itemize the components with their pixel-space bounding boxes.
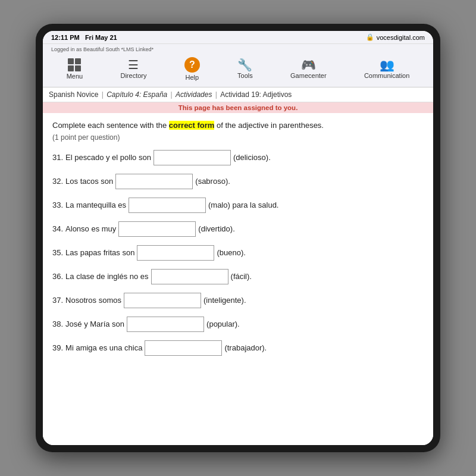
question-text-before: La clase de inglés no es	[65, 271, 148, 283]
instruction-suffix: of the adjective in parentheses.	[214, 121, 324, 130]
question-row: 31. El pescado y el pollo son (delicioso…	[52, 150, 424, 165]
question-text-after: (divertido).	[198, 223, 234, 236]
menu-icon	[68, 58, 81, 71]
question-text-after: (fácil).	[231, 271, 252, 283]
tools-icon: 🔧	[237, 59, 252, 71]
question-number: 35.	[52, 247, 63, 259]
question-row: 33. La mantequilla es (malo) para la sal…	[52, 198, 424, 213]
lock-icon: 🔒	[366, 33, 374, 41]
question-text-before: El pescado y el pollo son	[65, 152, 151, 164]
answer-input-36[interactable]	[151, 269, 228, 284]
gamecenter-label: Gamecenter	[290, 72, 327, 79]
question-text-before: Las papas fritas son	[65, 247, 134, 259]
question-text-before: La mantequilla es	[65, 199, 126, 212]
date: Fri May 21	[85, 34, 117, 41]
status-time-date: 12:11 PM Fri May 21	[51, 34, 117, 41]
question-text-after: (inteligente).	[203, 295, 246, 307]
time: 12:11 PM	[51, 34, 80, 41]
question-number: 33.	[52, 199, 63, 212]
question-number: 39.	[52, 342, 63, 355]
nav-gamecenter[interactable]: 🎮 Gamecenter	[286, 57, 331, 82]
status-bar: 12:11 PM Fri May 21 🔒 vocesdigital.com	[43, 31, 433, 44]
sep2: |	[171, 90, 174, 99]
question-number: 34.	[52, 223, 63, 236]
nav-menu[interactable]: Menu	[62, 56, 88, 82]
question-text-after: (malo) para la salud.	[208, 199, 279, 212]
answer-input-38[interactable]	[127, 317, 204, 332]
question-text-after: (trabajador).	[224, 342, 267, 355]
instruction-highlight: correct form	[169, 121, 215, 130]
question-text-after: (popular).	[206, 318, 240, 331]
nav-tools[interactable]: 🔧 Tools	[233, 57, 258, 82]
status-domain: 🔒 vocesdigital.com	[366, 33, 425, 41]
sep1: |	[102, 90, 105, 99]
menu-label: Menu	[67, 73, 83, 80]
directory-label: Directory	[120, 72, 146, 79]
nav-bar: Logged in as Beautiful South *LMS Linked…	[43, 44, 433, 87]
question-text-after: (delicioso).	[233, 152, 271, 164]
breadcrumb: Spanish Novice | Capítulo 4: España | Ac…	[43, 87, 433, 102]
question-text-before: Nosotros somos	[65, 295, 121, 307]
gamecenter-icon: 🎮	[301, 59, 316, 71]
instruction-prefix: Complete each sentence with the	[52, 121, 169, 130]
answer-input-39[interactable]	[145, 340, 222, 356]
answer-input-33[interactable]	[129, 198, 206, 213]
breadcrumb-part4: Actividad 19: Adjetivos	[220, 90, 292, 99]
question-row: 38. José y María son (popular).	[52, 317, 424, 332]
question-row: 36. La clase de inglés no es (fácil).	[52, 269, 424, 284]
directory-icon: ☰	[128, 59, 139, 71]
nav-help[interactable]: ? Help	[180, 55, 205, 83]
nav-communication[interactable]: 👥 Communication	[359, 57, 414, 82]
question-row: 35. Las papas fritas son (bueno).	[52, 245, 424, 261]
nav-items: Menu ☰ Directory ? Help 🔧 Tools	[43, 55, 433, 83]
answer-input-31[interactable]	[154, 150, 231, 165]
question-text-before: Mi amiga es una chica	[65, 342, 142, 355]
questions-container: 31. El pescado y el pollo son (delicioso…	[52, 150, 424, 356]
question-text-before: José y María son	[65, 318, 124, 331]
assigned-notice-text: This page has been assigned to you.	[178, 104, 298, 111]
question-number: 31.	[52, 152, 63, 164]
help-label: Help	[185, 74, 199, 81]
instruction-text: Complete each sentence with the correct …	[52, 120, 424, 131]
question-number: 38.	[52, 318, 63, 331]
question-text-before: Alonso es muy	[65, 223, 116, 236]
logged-in-text: Logged in as Beautiful South *LMS Linked…	[43, 46, 433, 52]
communication-icon: 👥	[380, 59, 394, 71]
question-number: 32.	[52, 176, 63, 188]
question-text-after: (bueno).	[217, 247, 245, 259]
main-content: Complete each sentence with the correct …	[43, 113, 433, 445]
question-row: 39. Mi amiga es una chica (trabajador).	[52, 340, 424, 356]
answer-input-35[interactable]	[137, 245, 214, 261]
help-icon: ?	[184, 57, 200, 73]
question-row: 32. Los tacos son (sabroso).	[52, 174, 424, 189]
breadcrumb-part1: Spanish Novice	[49, 90, 98, 99]
question-row: 34. Alonso es muy (divertido).	[52, 221, 424, 237]
answer-input-34[interactable]	[118, 221, 196, 237]
question-number: 37.	[52, 295, 63, 307]
points-note: (1 point per question)	[52, 133, 424, 142]
breadcrumb-part3: Actividades	[176, 90, 212, 99]
sep3: |	[215, 90, 219, 99]
nav-directory[interactable]: ☰ Directory	[115, 57, 151, 82]
answer-input-37[interactable]	[124, 293, 201, 308]
question-text-before: Los tacos son	[65, 176, 113, 188]
tools-label: Tools	[237, 72, 253, 79]
question-text-after: (sabroso).	[195, 176, 230, 188]
tablet-frame: 12:11 PM Fri May 21 🔒 vocesdigital.com L…	[36, 24, 440, 452]
communication-label: Communication	[364, 72, 409, 79]
breadcrumb-part2: Capítulo 4: España	[107, 90, 167, 99]
question-number: 36.	[52, 271, 63, 283]
assigned-bar: This page has been assigned to you.	[43, 102, 433, 113]
question-row: 37. Nosotros somos (inteligente).	[52, 293, 424, 308]
answer-input-32[interactable]	[115, 174, 193, 189]
tablet-screen: 12:11 PM Fri May 21 🔒 vocesdigital.com L…	[43, 31, 433, 445]
